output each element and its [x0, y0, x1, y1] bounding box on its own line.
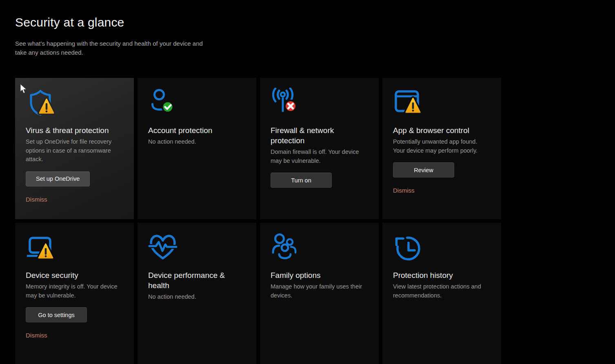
- shield-warning-icon: [26, 88, 55, 117]
- set-up-onedrive-button[interactable]: Set up OneDrive: [26, 171, 90, 186]
- turn-on-button[interactable]: Turn on: [271, 173, 332, 188]
- health-icon: [148, 233, 178, 262]
- dismiss-link[interactable]: Dismiss: [26, 196, 47, 203]
- card-device-security[interactable]: Device security Memory integrity is off.…: [15, 223, 134, 364]
- card-title: Device performance & health: [148, 270, 246, 291]
- card-family-options[interactable]: Family options Manage how your family us…: [260, 223, 379, 364]
- page-subtitle: See what's happening with the security a…: [15, 39, 211, 57]
- card-description: Memory integrity is off. Your device may…: [26, 282, 123, 300]
- card-title: Firewall & network protection: [271, 125, 368, 146]
- dismiss-link[interactable]: Dismiss: [393, 187, 415, 194]
- card-app-browser-control[interactable]: App & browser control Potentially unwant…: [382, 78, 501, 219]
- card-firewall-network-protection[interactable]: Firewall & network protection Domain fir…: [260, 78, 379, 219]
- browser-warning-icon: [393, 88, 422, 117]
- security-card-grid: Virus & threat protection Set up OneDriv…: [15, 78, 501, 364]
- card-account-protection[interactable]: Account protection No action needed.: [138, 78, 256, 219]
- review-button[interactable]: Review: [393, 162, 454, 178]
- card-virus-threat-protection[interactable]: Virus & threat protection Set up OneDriv…: [15, 78, 134, 219]
- card-title: Protection history: [393, 270, 453, 280]
- card-device-performance-health[interactable]: Device performance & health No action ne…: [138, 223, 256, 364]
- card-description: View latest protection actions and recom…: [393, 282, 491, 300]
- dismiss-link[interactable]: Dismiss: [26, 332, 47, 339]
- page-header: Security at a glance See what's happenin…: [15, 16, 211, 57]
- card-description: Manage how your family uses their device…: [271, 282, 368, 300]
- card-description: Potentially unwanted app found. Your dev…: [393, 138, 491, 155]
- family-icon: [271, 233, 300, 262]
- card-description: Set up OneDrive for file recovery option…: [26, 138, 123, 164]
- card-title: App & browser control: [393, 125, 469, 135]
- card-description: No action needed.: [148, 138, 196, 146]
- network-error-icon: [271, 88, 300, 117]
- card-description: No action needed.: [148, 293, 196, 302]
- history-icon: [393, 233, 422, 262]
- card-protection-history[interactable]: Protection history View latest protectio…: [382, 223, 501, 364]
- account-ok-icon: [148, 88, 178, 117]
- card-title: Virus & threat protection: [26, 125, 109, 135]
- device-warning-icon: [26, 233, 55, 262]
- card-title: Account protection: [148, 125, 212, 135]
- page-title: Security at a glance: [15, 16, 211, 29]
- card-description: Domain firewall is off. Your device may …: [271, 148, 368, 165]
- go-to-settings-button[interactable]: Go to settings: [26, 307, 87, 322]
- card-title: Device security: [26, 270, 78, 280]
- card-title: Family options: [271, 270, 321, 280]
